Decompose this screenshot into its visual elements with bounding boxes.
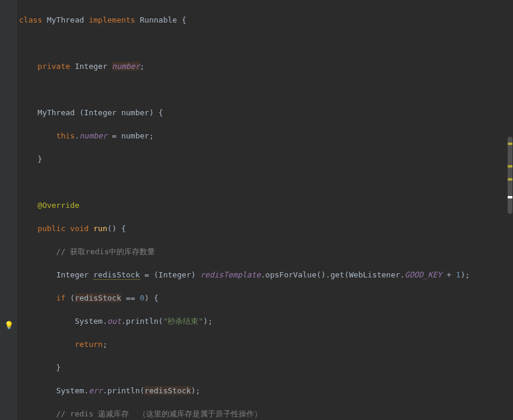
code-line[interactable]: @Override <box>19 200 513 211</box>
code-line[interactable]: } <box>19 362 513 374</box>
code-line[interactable]: Integer redisStock = (Integer) redisTemp… <box>19 269 513 281</box>
code-line[interactable]: MyThread (Integer number) { <box>19 107 513 119</box>
scroll-marker-warning-icon[interactable] <box>508 165 512 168</box>
code-line[interactable]: this.number = number; <box>19 130 513 142</box>
scrollbar-thumb[interactable] <box>508 137 512 214</box>
code-line[interactable]: class MyThread implements Runnable { <box>19 14 513 26</box>
code-line[interactable]: System.out.println("秒杀结束"); <box>19 315 513 327</box>
code-line[interactable]: private Integer number; <box>19 61 513 72</box>
gutter: 💡 <box>0 0 17 420</box>
scrollbar[interactable] <box>507 0 513 420</box>
code-line[interactable] <box>19 84 513 96</box>
scroll-marker-warning-icon[interactable] <box>508 178 512 181</box>
scroll-marker-warning-icon[interactable] <box>508 143 512 145</box>
code-editor[interactable]: class MyThread implements Runnable { pri… <box>17 0 513 420</box>
code-line[interactable]: return; <box>19 339 513 350</box>
code-line[interactable] <box>19 176 513 188</box>
code-line[interactable]: System.err.println(redisStock); <box>19 385 513 397</box>
code-line[interactable]: } <box>19 153 513 165</box>
intention-bulb-icon[interactable]: 💡 <box>4 320 14 331</box>
code-line[interactable]: public void run() { <box>19 223 513 235</box>
code-line[interactable]: // 获取redis中的库存数量 <box>19 246 513 258</box>
code-line[interactable]: if (redisStock == 0) { <box>19 292 513 304</box>
scroll-caret-marker-icon <box>508 196 512 198</box>
code-line[interactable] <box>19 37 513 49</box>
code-line[interactable]: // redis 递减库存 （这里的减库存是属于原子性操作） <box>19 408 513 420</box>
